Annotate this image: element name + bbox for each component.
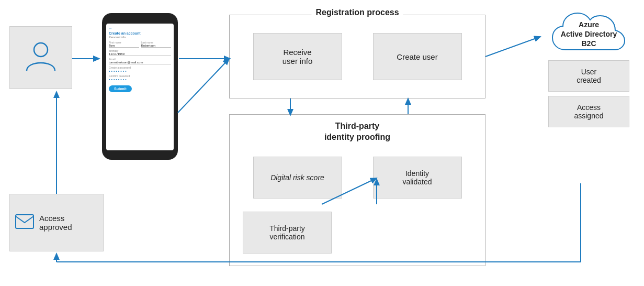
azure-box: AzureActive DirectoryB2C User created Ac… — [543, 10, 635, 131]
third-party-verification-box: Third-party verification — [243, 212, 332, 254]
first-name-value: Tom — [109, 44, 139, 48]
thirdparty-title: Third-partyidentity proofing — [324, 121, 390, 143]
identity-validated-box: Identity validated — [373, 157, 462, 199]
registration-title: Registration process — [311, 8, 403, 17]
password-dots: •••••••• — [109, 69, 171, 73]
thirdparty-title-text: Third-partyidentity proofing — [324, 122, 390, 141]
receive-user-info-label: Receive user info — [283, 48, 313, 65]
email-value: tomrobertson@mail.com — [109, 61, 171, 64]
azure-cloud: AzureActive DirectoryB2C — [547, 10, 631, 58]
diagram: Access approved ← Create an account Pers… — [0, 0, 644, 286]
form-subtitle: Personal info — [109, 36, 171, 39]
azure-cloud-text: AzureActive DirectoryB2C — [561, 20, 617, 49]
receive-user-info-box: Receive user info — [253, 33, 342, 80]
thirdparty-box: Third-partyidentity proofing Digital ris… — [229, 114, 485, 266]
access-assigned-label: Access assigned — [574, 103, 603, 120]
access-approved-label: Access approved — [39, 214, 98, 232]
reg-inner: Receive user info Create user — [230, 15, 485, 98]
user-created-box: User created — [548, 60, 629, 92]
svg-line-7 — [485, 37, 540, 57]
third-party-verification-label: Third-party verification — [269, 224, 305, 241]
phone-screen: ← Create an account Personal info First … — [106, 24, 174, 150]
identity-validated-label: Identity validated — [402, 169, 432, 186]
birthday-value: 11/11/1989 — [109, 52, 171, 56]
last-name-value: Robertson — [141, 44, 172, 48]
envelope-icon — [15, 214, 34, 231]
user-created-label: User created — [577, 68, 601, 84]
registration-box: Registration process Receive user info C… — [229, 15, 485, 98]
svg-rect-1 — [16, 215, 33, 228]
create-user-box: Create user — [373, 33, 462, 80]
phone-body: ← Create an account Personal info First … — [102, 13, 178, 160]
access-assigned-box: Access assigned — [548, 96, 629, 127]
phone-container: ← Create an account Personal info First … — [102, 13, 183, 165]
create-user-label: Create user — [397, 52, 437, 61]
person-box — [9, 26, 72, 89]
svg-point-0 — [34, 43, 48, 57]
form-title: Create an account — [109, 31, 171, 35]
azure-title-line1: AzureActive DirectoryB2C — [561, 20, 617, 48]
digital-risk-score-label: Digital risk score — [270, 173, 324, 182]
svg-line-5 — [178, 59, 229, 113]
person-icon — [22, 38, 59, 77]
tp-steps: Digital risk score Identity validated — [230, 157, 485, 199]
back-arrow: ← — [109, 27, 171, 30]
submit-button[interactable]: Submit — [109, 85, 132, 92]
confirm-dots: •••••••• — [109, 78, 171, 81]
access-approved-box: Access approved — [9, 194, 104, 251]
digital-risk-score-box: Digital risk score — [253, 157, 342, 199]
